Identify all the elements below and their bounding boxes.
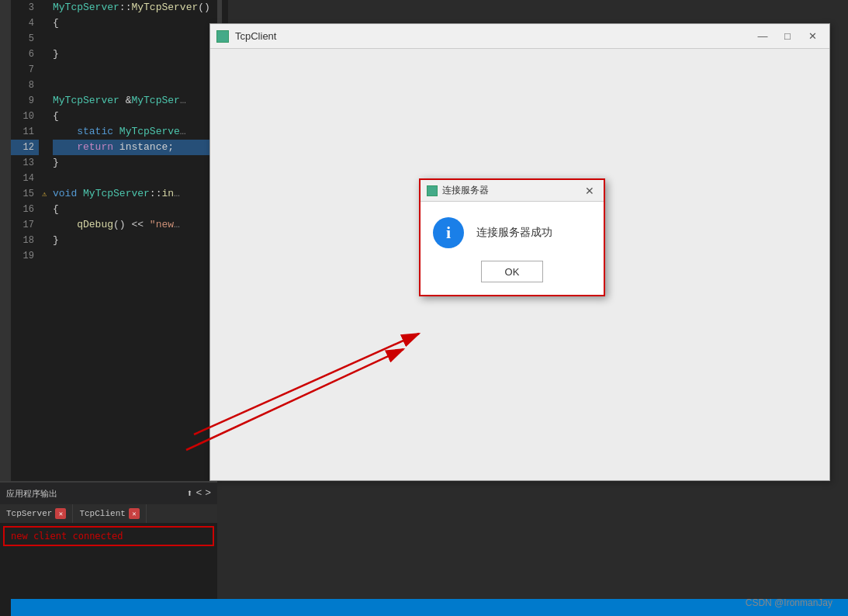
info-icon: i	[433, 217, 464, 248]
window-minimize-button[interactable]: —	[752, 29, 774, 44]
code-line-7	[53, 62, 228, 78]
line-num-13: 13	[11, 155, 39, 171]
window-title-text: TcpClient	[235, 30, 746, 42]
dialog-close-button[interactable]: ✕	[582, 184, 597, 198]
line-num-11: 11	[11, 124, 39, 140]
line-num-9: 9	[11, 93, 39, 109]
window-title-icon	[216, 30, 229, 43]
dialog-body: i 连接服务器成功 OK	[421, 202, 604, 295]
window-titlebar: TcpClient — □ ✕	[210, 24, 829, 49]
code-line-8	[53, 78, 228, 93]
code-line-11: static MyTcpServe…	[53, 124, 228, 140]
status-bar	[11, 599, 848, 616]
line-num-17: 17	[11, 217, 39, 233]
code-line-17: qDebug() << "new…	[53, 217, 228, 233]
dialog-message: 连接服务器成功	[476, 226, 552, 240]
code-line-16: {	[53, 202, 228, 217]
code-line-6: }	[53, 47, 228, 62]
code-line-4: {	[53, 16, 228, 31]
code-line-12: return instance;	[53, 140, 228, 155]
dialog-title-text: 连接服务器	[442, 184, 577, 197]
tab-tcpserver-close[interactable]: ✕	[55, 508, 66, 519]
line-num-12: 12	[11, 140, 39, 155]
panel-icon-3: >	[205, 487, 211, 500]
watermark: CSDN @IronmanJay	[746, 597, 832, 608]
panel-icon-2: <	[196, 487, 202, 500]
window-maximize-button[interactable]: □	[777, 29, 798, 44]
ide-editor: 3 4 5 6 7 8 9 10 11 12 13 14 15 16 17 18…	[11, 0, 228, 481]
watermark-text: CSDN @IronmanJay	[746, 597, 832, 608]
line-num-10: 10	[11, 109, 39, 124]
window-close-button[interactable]: ✕	[801, 29, 823, 44]
code-line-5	[53, 31, 228, 47]
tab-tcpclient-close[interactable]: ✕	[129, 508, 140, 519]
bottom-panel-header: 应用程序输出 ⬆ < >	[0, 483, 217, 504]
code-line-15: void MyTcpServer::in…	[53, 186, 228, 202]
output-area: new client connected	[3, 526, 214, 546]
warning-icon-15: ⚠	[39, 186, 50, 202]
output-text: new client connected	[11, 531, 123, 542]
panel-title: 应用程序输出	[6, 488, 57, 500]
dialog-titlebar: 连接服务器 ✕	[421, 180, 604, 202]
line-num-14: 14	[11, 171, 39, 186]
line-num-4: 4	[11, 16, 39, 31]
tab-tcpserver[interactable]: TcpServer ✕	[0, 504, 73, 523]
bottom-panel: 应用程序输出 ⬆ < > TcpServer ✕ TcpClient ✕ new…	[0, 481, 217, 616]
line-num-7: 7	[11, 62, 39, 78]
tab-tcpclient[interactable]: TcpClient ✕	[73, 504, 146, 523]
code-line-9: MyTcpServer &MyTcpSer…	[53, 93, 228, 109]
tab-tcpclient-label: TcpClient	[79, 509, 125, 518]
code-line-13: }	[53, 155, 228, 171]
line-num-5: 5	[11, 31, 39, 47]
line-num-3: 3	[11, 0, 39, 16]
line-num-15: 15	[11, 186, 39, 202]
code-line-19	[53, 248, 228, 264]
tabs-row: TcpServer ✕ TcpClient ✕	[0, 504, 217, 523]
panel-icons: ⬆ < >	[187, 487, 211, 500]
panel-icon-1: ⬆	[187, 487, 193, 500]
dialog-ok-button[interactable]: OK	[481, 261, 543, 282]
tab-tcpserver-label: TcpServer	[6, 509, 52, 518]
dialog-content-row: i 连接服务器成功	[433, 217, 591, 248]
dialog-title-icon	[427, 185, 438, 196]
code-line-10: {	[53, 109, 228, 124]
dialog-box: 连接服务器 ✕ i 连接服务器成功 OK	[419, 178, 605, 296]
line-num-16: 16	[11, 202, 39, 217]
window-controls: — □ ✕	[752, 29, 823, 44]
code-line-18: }	[53, 233, 228, 248]
line-num-6: 6	[11, 47, 39, 62]
line-num-18: 18	[11, 233, 39, 248]
code-line-3: MyTcpServer::MyTcpServer()	[53, 0, 228, 16]
code-line-14	[53, 171, 228, 186]
line-num-8: 8	[11, 78, 39, 93]
line-num-19: 19	[11, 248, 39, 264]
